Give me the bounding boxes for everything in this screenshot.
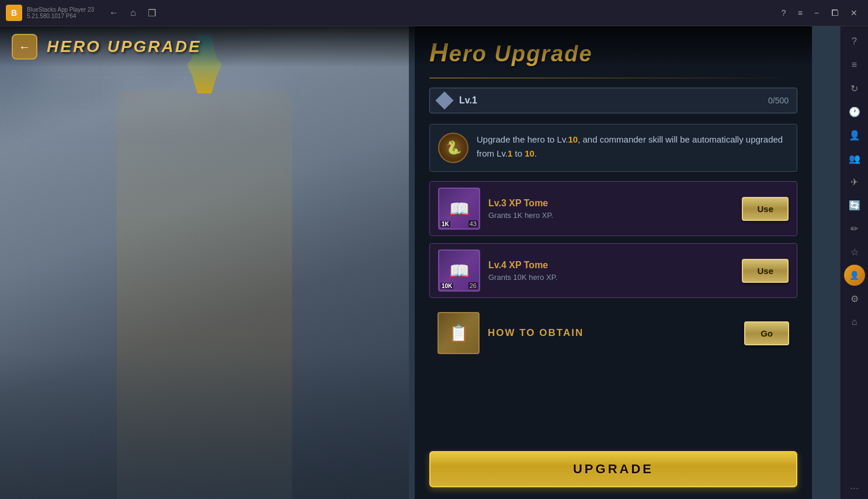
diamond-icon (435, 91, 453, 109)
app-logo: B (6, 5, 22, 21)
item-icon-2: 📖 10K 26 (438, 250, 480, 292)
title-divider (429, 78, 797, 78)
item-icon-1: 📖 1K 43 (438, 188, 480, 230)
tome-icon-1: 📖 (449, 199, 470, 219)
title-bar-nav: ← ⌂ ❐ (106, 5, 159, 21)
level-bar: Lv.1 0/500 (429, 88, 797, 113)
description-text: Upgrade the hero to Lv.10, and commander… (477, 133, 789, 161)
sidebar-clock-icon[interactable]: 🕐 (844, 101, 865, 122)
level-progress: 0/500 (768, 96, 789, 105)
item-info-2: Lv.4 XP Tome Grants 10K hero XP. (488, 260, 734, 282)
sidebar-help-icon[interactable]: ? (844, 31, 865, 52)
item-name-2: Lv.4 XP Tome (488, 260, 734, 271)
sidebar-star-icon[interactable]: ☆ (844, 241, 865, 262)
sidebar-gear-icon[interactable]: ⚙ (844, 288, 865, 309)
item-desc-1: Grants 1K hero XP. (488, 211, 734, 220)
upgrade-panel: Hero Upgrade Lv.1 0/500 🐍 Upgrade the he… (415, 26, 812, 499)
sidebar-avatar[interactable]: 👤 (844, 265, 865, 286)
page-title: Hero Upgrade (47, 37, 202, 56)
sidebar-refresh-icon[interactable]: ↻ (844, 78, 865, 99)
sidebar-more-icon[interactable]: ··· (850, 482, 859, 494)
item-desc-2: Grants 10K hero XP. (488, 273, 734, 282)
hero-body (117, 90, 292, 499)
sidebar-sync-icon[interactable]: 🔄 (844, 195, 865, 216)
restore-button[interactable]: ⧠ (826, 6, 843, 20)
back-button[interactable]: ← (12, 34, 37, 60)
go-button[interactable]: Go (744, 321, 789, 345)
use-button-1[interactable]: Use (742, 197, 789, 221)
main-layout: ← Hero Upgrade Hero Upgrade Lv.1 0/500 🐍… (0, 26, 868, 499)
obtain-row: 📋 HOW TO OBTAIN Go (429, 305, 797, 361)
sidebar-profile-icon[interactable]: 👤 (844, 124, 865, 145)
target-level: 10 (568, 134, 578, 144)
item-info-1: Lv.3 XP Tome Grants 1K hero XP. (488, 198, 734, 220)
obtain-icon: 📋 (438, 312, 480, 354)
app-name: BlueStacks App Player 23 5.21.580.1017 P… (27, 6, 94, 19)
nav-home-button[interactable]: ⌂ (127, 5, 140, 20)
to-level: 10 (525, 148, 534, 158)
sidebar-home-icon[interactable]: ⌂ (844, 311, 865, 332)
window-controls: ? ≡ − ⧠ ✕ (777, 6, 862, 20)
item-row-1: 📖 1K 43 Lv.3 XP Tome Grants 1K hero XP. … (429, 181, 797, 236)
game-area: ← Hero Upgrade Hero Upgrade Lv.1 0/500 🐍… (0, 26, 840, 499)
snake-icon: 🐍 (438, 133, 468, 163)
right-sidebar: ? ≡ ↻ 🕐 👤 👥 ✈ 🔄 ✏ ☆ 👤 ⚙ ⌂ ··· (840, 26, 868, 499)
help-button[interactable]: ? (777, 6, 791, 20)
item-count-1: 43 (468, 220, 478, 227)
hero-portrait (0, 26, 409, 499)
item-badge-1: 1K (440, 221, 450, 227)
level-text: Lv.1 (459, 95, 477, 106)
tome-icon-2: 📖 (449, 261, 470, 280)
minimize-button[interactable]: − (810, 6, 824, 20)
use-button-2[interactable]: Use (742, 259, 789, 283)
nav-back-button[interactable]: ← (106, 5, 122, 20)
item-badge-2: 10K (440, 283, 453, 289)
description-box: 🐍 Upgrade the hero to Lv.10, and command… (429, 124, 797, 172)
item-count-2: 26 (468, 282, 478, 289)
close-button[interactable]: ✕ (846, 6, 862, 20)
sidebar-group-icon[interactable]: 👥 (844, 148, 865, 169)
sidebar-fly-icon[interactable]: ✈ (844, 171, 865, 192)
upgrade-button[interactable]: UPGRADE (429, 451, 797, 487)
sidebar-menu-icon[interactable]: ≡ (844, 54, 865, 75)
sidebar-edit-icon[interactable]: ✏ (844, 218, 865, 239)
obtain-label: HOW TO OBTAIN (488, 327, 736, 339)
menu-button[interactable]: ≡ (793, 6, 807, 20)
from-level: 1 (508, 148, 512, 158)
nav-windows-button[interactable]: ❐ (144, 5, 159, 21)
title-bar: B BlueStacks App Player 23 5.21.580.1017… (0, 0, 868, 26)
item-row-2: 📖 10K 26 Lv.4 XP Tome Grants 10K hero XP… (429, 243, 797, 298)
game-header: ← Hero Upgrade (0, 26, 812, 67)
item-name-1: Lv.3 XP Tome (488, 198, 734, 209)
